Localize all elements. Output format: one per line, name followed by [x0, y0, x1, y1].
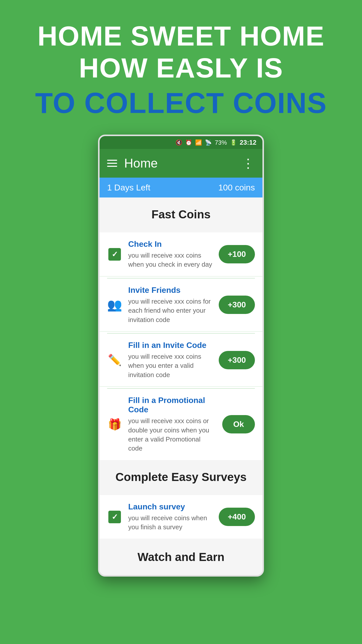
watch-earn-section: Watch and Earn: [100, 540, 262, 575]
survey-icon-wrap: [107, 511, 122, 523]
checkin-text: Check In you will receive xxx coins when…: [128, 239, 213, 269]
menu-button[interactable]: [107, 160, 117, 167]
fast-coins-title: Fast Coins: [100, 208, 262, 221]
list-item: Check In you will receive xxx coins when…: [100, 232, 262, 276]
more-options-button[interactable]: ⋮: [242, 156, 255, 171]
promo-code-title: Fill in a Promotional Code: [128, 396, 216, 414]
alarm-icon: ⏰: [185, 139, 192, 146]
signal-icon: 📡: [205, 139, 212, 146]
hero-line2: HOW EASLY IS: [35, 52, 327, 84]
pencil-icon: ✏️: [108, 353, 122, 367]
checkin-title: Check In: [128, 239, 213, 249]
launch-survey-title: Launch survey: [128, 502, 213, 511]
surveys-title: Complete Easy Surveys: [100, 470, 262, 484]
invite-code-desc: you will receive xxx coins when you ente…: [128, 352, 213, 379]
surveys-header: Complete Easy Surveys: [100, 463, 262, 495]
list-item: 🎁 Fill in a Promotional Code you will re…: [100, 389, 262, 460]
friends-icon: 👥: [107, 298, 122, 312]
hero-line1: HOME SWEET HOME: [35, 20, 327, 52]
days-left-text: 1 Days Left: [107, 183, 150, 192]
invite-friends-button[interactable]: +300: [219, 296, 255, 314]
launch-survey-button[interactable]: +400: [219, 508, 255, 526]
promo-code-desc: you will receive xxx coins or double you…: [128, 416, 216, 453]
battery-text: 73%: [215, 139, 227, 146]
pencil-icon-wrap: ✏️: [107, 353, 122, 367]
surveys-section: Complete Easy Surveys Launch survey you …: [100, 463, 262, 539]
app-title: Home: [124, 156, 242, 171]
watch-earn-header: Watch and Earn: [100, 543, 262, 575]
list-item: 👥 Invite Friends you will receive xxx co…: [100, 278, 262, 332]
days-bar: 1 Days Left 100 coins: [100, 178, 262, 197]
phone-frame: 🔇 ⏰ 📶 📡 73% 🔋 23:12 Home ⋮ 1 Days Left 1…: [98, 135, 264, 577]
mute-icon: 🔇: [175, 139, 182, 146]
app-bar: Home ⋮: [100, 149, 262, 178]
survey-checkbox-icon: [108, 511, 121, 523]
checkin-button[interactable]: +100: [219, 245, 255, 263]
friends-icon-wrap: 👥: [107, 298, 122, 312]
content-area: Fast Coins Check In you will receive xxx…: [100, 197, 262, 575]
hero-line3: TO COLLECT COINS: [35, 86, 327, 119]
invite-friends-desc: you will receive xxx coins for each frie…: [128, 297, 213, 324]
list-item: Launch survey you will receive coins whe…: [100, 495, 262, 539]
battery-icon: 🔋: [230, 139, 237, 146]
invite-code-title: Fill in an Invite Code: [128, 341, 213, 350]
invite-code-text: Fill in an Invite Code you will receive …: [128, 341, 213, 379]
gift-icon: 🎁: [108, 418, 122, 431]
coins-count-text: 100 coins: [218, 183, 255, 192]
invite-friends-title: Invite Friends: [128, 286, 213, 295]
gift-icon-wrap: 🎁: [107, 418, 122, 431]
launch-survey-text: Launch survey you will receive coins whe…: [128, 502, 213, 532]
promo-code-text: Fill in a Promotional Code you will rece…: [128, 396, 216, 453]
checkbox-icon: [108, 248, 121, 261]
checkin-icon-wrap: [107, 248, 122, 261]
status-icons: 🔇 ⏰ 📶 📡 73% 🔋 23:12: [175, 139, 256, 146]
launch-survey-desc: you will receive coins when you finish a…: [128, 513, 213, 532]
status-bar: 🔇 ⏰ 📶 📡 73% 🔋 23:12: [100, 136, 262, 149]
list-item: ✏️ Fill in an Invite Code you will recei…: [100, 334, 262, 387]
checkin-desc: you will receive xxx coins when you chec…: [128, 251, 213, 269]
invite-friends-text: Invite Friends you will receive xxx coin…: [128, 286, 213, 324]
fast-coins-items: Check In you will receive xxx coins when…: [100, 232, 262, 460]
watch-earn-title: Watch and Earn: [100, 550, 262, 564]
fast-coins-section: Fast Coins Check In you will receive xxx…: [100, 197, 262, 460]
wifi-icon: 📶: [195, 139, 202, 146]
status-time: 23:12: [240, 139, 257, 146]
hero-section: HOME SWEET HOME HOW EASLY IS TO COLLECT …: [20, 0, 342, 135]
surveys-items: Launch survey you will receive coins whe…: [100, 495, 262, 539]
promo-code-button[interactable]: Ok: [222, 415, 255, 433]
invite-code-button[interactable]: +300: [219, 351, 255, 369]
fast-coins-header: Fast Coins: [100, 200, 262, 232]
